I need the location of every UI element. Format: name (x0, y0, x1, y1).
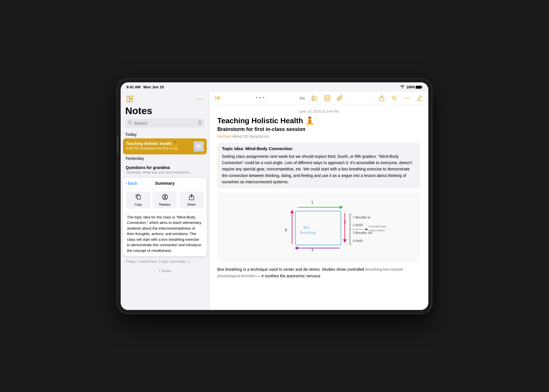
topic-box: Topic idea: Mind-Body Connection Getting… (217, 143, 420, 189)
status-left: 9:41 AM Mon Jun 10 (126, 85, 164, 89)
toolbar-center: Aa (298, 94, 344, 102)
share-icon (189, 194, 194, 202)
table-button[interactable] (323, 94, 332, 102)
notes-title: Notes (121, 105, 209, 119)
svg-rect-1 (416, 86, 421, 88)
battery-indicator: 100% (406, 85, 423, 89)
note-item-grandma-preview: What was your first impression... (143, 170, 192, 174)
main-area: Notes (121, 91, 428, 310)
box-breathing-diagram: 1 Box Breathing 2 (223, 198, 415, 255)
format-text-button[interactable]: Aa (298, 94, 307, 102)
svg-rect-39 (295, 211, 341, 245)
svg-rect-26 (325, 95, 330, 101)
note-item-footer-content: Friday 1 week Paris, 2 days Saint-Malo, … (126, 259, 204, 264)
format-label: Aa (299, 95, 305, 100)
svg-point-22 (312, 97, 314, 99)
note-item-grandma-row: Yesterday What was your first impression… (126, 170, 204, 174)
topic-box-title: Topic idea: Mind-Body Connection (222, 146, 416, 151)
note-item-title: Teaching Holistic Health 🧘 (126, 141, 191, 146)
summary-back-label[interactable]: Back (128, 181, 137, 186)
search-icon (128, 121, 132, 126)
svg-marker-50 (290, 210, 294, 213)
note-item-grandma-time: Yesterday (126, 170, 141, 174)
note-item-preview: Brainstorm for first in-cla... (140, 146, 180, 150)
svg-rect-17 (162, 196, 165, 198)
topic-box-text: Getting class assignments next week but … (222, 153, 416, 185)
svg-line-9 (131, 123, 132, 124)
note-main-title: Teaching Holistic Health 🧘 (217, 116, 420, 125)
svg-point-5 (197, 98, 198, 100)
svg-text:Breathing: Breathing (300, 230, 316, 235)
svg-text:2  Hold: 2 Hold (353, 223, 363, 227)
replace-icon (162, 194, 168, 202)
note-item-grandma-content: Questions for grandma Yesterday What was… (126, 165, 204, 174)
note-item-time: 3:44 PM (126, 146, 139, 150)
status-right: 100% (400, 85, 423, 89)
search-bar[interactable] (125, 119, 204, 128)
section-yesterday-label: Yesterday (121, 155, 209, 162)
sidebar-more-button[interactable] (195, 94, 204, 104)
sidebar-layout-button[interactable] (125, 94, 134, 104)
note-item-row: 3:44 PM Brainstorm for first in-cla... (126, 146, 191, 150)
svg-rect-16 (137, 195, 140, 199)
svg-rect-4 (130, 99, 133, 102)
summary-replace-button[interactable]: Replace (152, 192, 177, 208)
compose-button[interactable] (415, 94, 424, 102)
note-item-footer-preview: 1 week Paris, 2 days Saint-Malo, 1... (137, 260, 193, 264)
svg-marker-38 (340, 206, 343, 209)
summary-title: Summary (155, 181, 174, 186)
svg-point-35 (408, 97, 409, 99)
search-in-note-button[interactable] (390, 94, 399, 102)
svg-rect-3 (130, 96, 133, 98)
note-thumbnail (194, 141, 204, 152)
svg-marker-47 (295, 246, 298, 250)
svg-text:repeat 4 times: repeat 4 times (369, 229, 385, 232)
svg-point-34 (406, 97, 407, 99)
note-item-footer-row: Friday 1 week Paris, 2 days Saint-Malo, … (126, 260, 204, 264)
dot2: • (259, 95, 261, 101)
note-toolbar: • • • Aa (209, 91, 428, 105)
summary-share-button[interactable]: Share (179, 192, 204, 208)
back-chevron-icon: ‹ (126, 181, 127, 186)
more-options-button[interactable] (403, 94, 411, 102)
tag-school: #school (217, 134, 231, 139)
svg-point-32 (392, 96, 395, 99)
summary-actions: Copy (123, 189, 207, 212)
back-arrow-button[interactable] (214, 94, 222, 102)
svg-rect-18 (165, 196, 168, 198)
dot3: • (263, 95, 264, 101)
svg-rect-10 (199, 120, 201, 123)
attachment-button[interactable] (336, 94, 344, 102)
battery-percent: 100% (406, 85, 415, 89)
strikethrough-text: breathing has myriad physiological benef… (217, 267, 403, 278)
section-today-label: Today (121, 131, 209, 138)
svg-marker-44 (343, 239, 347, 243)
wifi-icon (400, 85, 405, 89)
note-subtitle: Brainstorm for first in-class session (217, 126, 420, 132)
note-item-footer[interactable]: Friday 1 week Paris, 2 days Saint-Malo, … (123, 257, 207, 266)
svg-marker-56 (366, 228, 368, 230)
note-item-holistic[interactable]: Teaching Holistic Health 🧘 3:44 PM Brain… (123, 138, 207, 154)
dot1: • (256, 95, 257, 101)
summary-back-button[interactable]: ‹ Back (126, 181, 137, 186)
copy-label: Copy (135, 203, 142, 206)
microphone-icon[interactable] (198, 120, 202, 126)
note-title-text: Teaching Holistic Health 🧘 (217, 116, 314, 125)
summary-copy-button[interactable]: Copy (126, 192, 151, 208)
status-date: Mon Jun 10 (143, 85, 164, 89)
search-input[interactable] (134, 121, 196, 126)
note-item-grandma-title: Questions for grandma (126, 165, 204, 170)
svg-point-6 (199, 98, 200, 100)
svg-point-20 (312, 96, 314, 97)
ipad-screen: 9:41 AM Mon Jun 10 100% (121, 82, 428, 310)
summary-panel: ‹ Back Summary (123, 178, 207, 256)
checklist-button[interactable] (311, 94, 319, 102)
tag-kine: #kine210 #practicum (232, 134, 269, 139)
drawing-area: 1 Box Breathing 2 (217, 192, 420, 262)
ipad-frame: 9:41 AM Mon Jun 10 100% (117, 79, 432, 313)
share-note-button[interactable] (377, 94, 386, 102)
note-item-grandma[interactable]: Questions for grandma Yesterday What was… (123, 162, 207, 177)
svg-text:4: 4 (285, 227, 287, 233)
note-body[interactable]: June 10, 2024 at 3:44 PM Teaching Holist… (209, 105, 428, 310)
svg-point-7 (201, 98, 202, 100)
